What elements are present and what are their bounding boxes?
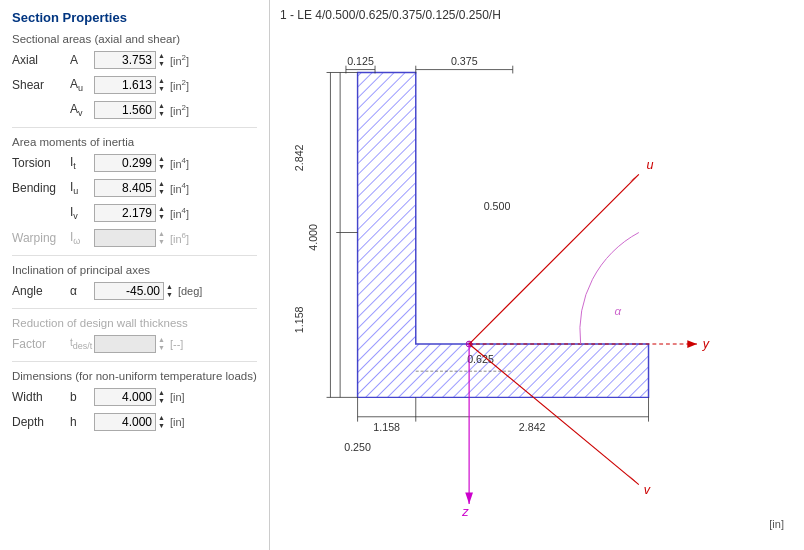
shear-au-symbol: Au (70, 77, 94, 93)
angle-value[interactable] (94, 282, 164, 300)
angle-stepper[interactable]: ▲▼ (166, 283, 173, 299)
depth-unit: [in] (170, 416, 185, 428)
y-label: y (702, 337, 710, 351)
u-label: u (647, 158, 654, 172)
width-value[interactable] (94, 388, 156, 406)
dim-1158-left-label: 1.158 (293, 306, 305, 333)
torsion-row: Torsion It ▲▼ [in4] (12, 152, 257, 174)
bending-iv-row: Iv ▲▼ [in4] (12, 202, 257, 224)
factor-unit: [--] (170, 338, 183, 350)
divider-2 (12, 255, 257, 256)
y-arrow (687, 340, 697, 348)
factor-label: Factor (12, 337, 70, 351)
width-unit: [in] (170, 391, 185, 403)
dim-2842-left-label: 2.842 (293, 144, 305, 171)
warping-stepper: ▲▼ (158, 230, 165, 246)
bending-label: Bending (12, 181, 70, 195)
shear-av-symbol: Av (70, 102, 94, 118)
reduction-header: Reduction of design wall thickness (12, 317, 257, 329)
torsion-label: Torsion (12, 156, 70, 170)
z-label: z (461, 505, 469, 519)
shear-av-row: Av ▲▼ [in2] (12, 99, 257, 121)
torsion-value[interactable] (94, 154, 156, 172)
width-symbol: b (70, 390, 94, 404)
diagram-title: 1 - LE 4/0.500/0.625/0.375/0.125/0.250/H (280, 8, 794, 22)
bending-iu-row: Bending Iu ▲▼ [in4] (12, 177, 257, 199)
panel-title: Section Properties (12, 10, 257, 25)
bending-iu-value[interactable] (94, 179, 156, 197)
alpha-label: α (615, 304, 622, 317)
area-moments-header: Area moments of inertia (12, 136, 257, 148)
dim-1158-bottom: 1.158 (373, 421, 400, 433)
alpha-arc (580, 233, 639, 345)
v-label: v (644, 483, 651, 497)
bending-iv-unit: [in4] (170, 206, 189, 220)
warping-row: Warping Iω ▲▼ [in6] (12, 227, 257, 249)
axial-symbol: A (70, 53, 94, 67)
shear-av-value[interactable] (94, 101, 156, 119)
bending-iv-symbol: Iv (70, 205, 94, 221)
bending-iu-unit: [in4] (170, 181, 189, 195)
shear-au-row: Shear Au ▲▼ [in2] (12, 74, 257, 96)
v-arrow (627, 474, 639, 485)
torsion-unit: [in4] (170, 156, 189, 170)
depth-row: Depth h ▲▼ [in] (12, 411, 257, 433)
factor-row: Factor tdes/t ▲▼ [--] (12, 333, 257, 355)
dim-0125-top: 0.125 (347, 55, 374, 67)
depth-stepper[interactable]: ▲▼ (158, 414, 165, 430)
width-label: Width (12, 390, 70, 404)
axial-label: Axial (12, 53, 70, 67)
inclination-header: Inclination of principal axes (12, 264, 257, 276)
factor-value (94, 335, 156, 353)
axial-stepper[interactable]: ▲▼ (158, 52, 165, 68)
bending-iv-stepper[interactable]: ▲▼ (158, 205, 165, 221)
torsion-stepper[interactable]: ▲▼ (158, 155, 165, 171)
dim-0375-top: 0.375 (451, 55, 478, 67)
factor-symbol: tdes/t (70, 337, 94, 351)
divider-4 (12, 361, 257, 362)
dim-0625-inside: 0.625 (467, 353, 494, 365)
bending-iu-symbol: Iu (70, 180, 94, 196)
warping-value (94, 229, 156, 247)
dim-0250-bottom: 0.250 (344, 441, 371, 453)
warping-symbol: Iω (70, 230, 94, 246)
angle-label: Angle (12, 284, 70, 298)
cross-section-diagram: 0.125 0.375 0.500 4.000 2.842 1.158 (280, 26, 794, 536)
angle-unit: [deg] (178, 285, 202, 297)
shear-av-stepper[interactable]: ▲▼ (158, 102, 165, 118)
diagram-container: 0.125 0.375 0.500 4.000 2.842 1.158 (280, 26, 794, 536)
left-panel: Section Properties Sectional areas (axia… (0, 0, 270, 550)
angle-symbol: α (70, 284, 94, 298)
divider-1 (12, 127, 257, 128)
shear-au-unit: [in2] (170, 78, 189, 92)
right-panel: 1 - LE 4/0.500/0.625/0.375/0.125/0.250/H… (270, 0, 804, 550)
shear-label: Shear (12, 78, 70, 92)
warping-label: Warping (12, 231, 70, 245)
factor-stepper: ▲▼ (158, 336, 165, 352)
u-arrow (629, 174, 639, 182)
dim-4000-label: 4.000 (307, 224, 319, 251)
bending-iu-stepper[interactable]: ▲▼ (158, 180, 165, 196)
sectional-areas-header: Sectional areas (axial and shear) (12, 33, 257, 45)
unit-label: [in] (769, 518, 784, 530)
width-stepper[interactable]: ▲▼ (158, 389, 165, 405)
cross-section-shape (358, 72, 649, 397)
depth-label: Depth (12, 415, 70, 429)
dim-2842-bottom: 2.842 (519, 421, 546, 433)
dimensions-header: Dimensions (for non-uniform temperature … (12, 370, 257, 382)
dim-0500: 0.500 (484, 200, 511, 212)
torsion-symbol: It (70, 155, 94, 171)
bending-iv-value[interactable] (94, 204, 156, 222)
warping-unit: [in6] (170, 231, 189, 245)
depth-value[interactable] (94, 413, 156, 431)
axial-unit: [in2] (170, 53, 189, 67)
axial-row: Axial A ▲▼ [in2] (12, 49, 257, 71)
angle-row: Angle α ▲▼ [deg] (12, 280, 257, 302)
shear-au-value[interactable] (94, 76, 156, 94)
axial-value[interactable] (94, 51, 156, 69)
divider-3 (12, 308, 257, 309)
z-arrow (465, 492, 473, 504)
shear-au-stepper[interactable]: ▲▼ (158, 77, 165, 93)
depth-symbol: h (70, 415, 94, 429)
shear-av-unit: [in2] (170, 103, 189, 117)
